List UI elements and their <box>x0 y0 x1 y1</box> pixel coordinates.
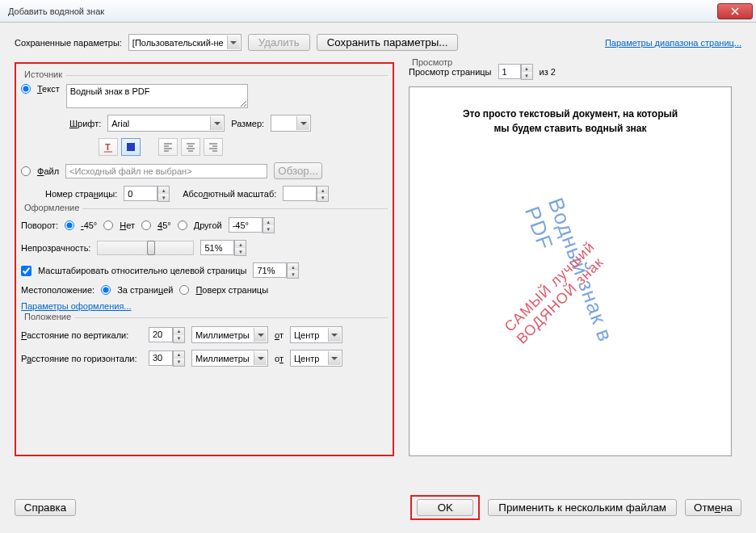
abs-scale-label: Абсолютный масштаб: <box>183 189 276 199</box>
rot-other-input[interactable] <box>229 217 262 233</box>
help-button[interactable]: Справка <box>15 499 76 516</box>
ok-highlight: OK <box>410 495 480 520</box>
spinner-buttons[interactable]: ▲▼ <box>158 186 170 202</box>
browse-button[interactable]: Обзор... <box>274 162 322 179</box>
appearance-params-link[interactable]: Параметры оформления... <box>21 301 132 311</box>
footer: Справка OK Применить к нескольким файлам… <box>15 495 741 520</box>
chevron-down-icon <box>227 36 240 49</box>
opacity-input[interactable] <box>200 240 234 255</box>
preview-line1: Это просто текстовый документ, на которы… <box>429 107 712 121</box>
vdist-spinner[interactable]: ▲▼ <box>149 327 185 343</box>
size-combo[interactable] <box>271 115 311 132</box>
appearance-legend: Оформление <box>21 203 82 212</box>
file-radio[interactable] <box>21 166 31 176</box>
rot-none-label: Нет <box>120 220 135 230</box>
rot-other-spinner[interactable]: ▲▼ <box>229 217 275 233</box>
position-group: Положение Расстояние по вертикали: ▲▼ Ми… <box>21 317 388 367</box>
location-label: Местоположение: <box>21 285 94 295</box>
align-center-button[interactable] <box>181 138 200 156</box>
abs-scale-spinner[interactable]: ▲▼ <box>283 186 329 202</box>
page-range-link[interactable]: Параметры диапазона страниц... <box>605 38 741 48</box>
svg-text:T: T <box>105 142 111 152</box>
color-icon-button[interactable] <box>121 138 141 156</box>
opacity-spinner[interactable]: ▲▼ <box>200 240 246 256</box>
spinner-buttons[interactable]: ▲▼ <box>262 217 275 233</box>
file-radio-label: Файл <box>37 166 59 176</box>
saved-params-row: Сохраненные параметры: [Пользовательский… <box>15 34 741 51</box>
apply-multiple-button[interactable]: Применить к нескольким файлам <box>488 499 677 516</box>
anchor-value: Центр <box>294 330 320 340</box>
align-right-button[interactable] <box>204 138 223 156</box>
file-path-input <box>65 164 267 178</box>
spinner-buttons[interactable]: ▲▼ <box>287 262 299 279</box>
text-radio-label: Текст <box>37 84 60 94</box>
preview-canvas: Это просто текстовый документ, на которы… <box>409 86 732 456</box>
spinner-buttons[interactable]: ▲▼ <box>173 327 185 343</box>
color-icon <box>125 141 136 153</box>
spinner-buttons[interactable]: ▲▼ <box>173 350 185 367</box>
align-center-icon <box>185 141 196 153</box>
main-columns: Источник Текст Водный знак в PDF Шрифт: … <box>15 62 741 456</box>
chevron-down-icon <box>328 351 341 365</box>
page-num-spinner[interactable]: ▲▼ <box>124 186 170 202</box>
preview-page-label: Просмотр страницы <box>409 67 492 77</box>
left-column: Источник Текст Водный знак в PDF Шрифт: … <box>15 62 394 456</box>
scale-checkbox[interactable] <box>21 266 32 276</box>
close-icon <box>731 7 739 15</box>
vdist-label: Расстояние по вертикали: <box>21 330 142 340</box>
loc-behind-radio[interactable] <box>101 285 111 295</box>
align-left-button[interactable] <box>158 138 178 156</box>
right-column: Просмотр Просмотр страницы ▲▼ из 2 Это п… <box>409 62 741 456</box>
scale-spinner[interactable]: ▲▼ <box>253 262 299 279</box>
size-label: Размер: <box>231 119 264 128</box>
hdist-units-combo[interactable]: Миллиметры <box>191 350 268 367</box>
hdist-anchor-combo[interactable]: Центр <box>290 350 342 367</box>
hdist-input[interactable] <box>149 350 173 366</box>
opacity-slider[interactable] <box>97 241 194 255</box>
vdist-input[interactable] <box>149 327 173 342</box>
close-button[interactable] <box>717 3 753 19</box>
units-value: Миллиметры <box>195 354 250 363</box>
font-label: Шрифт: <box>69 119 101 128</box>
from-label: от <box>275 330 284 340</box>
saved-params-value: [Пользовательский-не <box>132 38 224 48</box>
hdist-spinner[interactable]: ▲▼ <box>149 350 185 367</box>
position-legend: Положение <box>21 312 74 321</box>
rot-m45-radio[interactable] <box>65 220 74 230</box>
rot-45-radio[interactable] <box>141 220 151 230</box>
ok-button[interactable]: OK <box>417 499 473 516</box>
preview-line2: мы будем ставить водный знак <box>429 121 712 136</box>
font-value: Arial <box>111 119 129 128</box>
delete-button[interactable]: Удалить <box>248 34 310 51</box>
spinner-buttons[interactable]: ▲▼ <box>234 240 246 256</box>
underline-icon-button[interactable]: T <box>99 138 118 156</box>
vdist-anchor-combo[interactable]: Центр <box>290 326 342 343</box>
dialog-body: Сохраненные параметры: [Пользовательский… <box>0 23 756 533</box>
vdist-units-combo[interactable]: Миллиметры <box>191 326 268 343</box>
scale-input[interactable] <box>253 262 287 278</box>
hdist-label: Расстояние по горизонтали: <box>21 354 142 363</box>
preview-page-input[interactable] <box>498 64 521 79</box>
preview-page-spinner[interactable]: ▲▼ <box>498 64 533 80</box>
loc-front-radio[interactable] <box>179 285 189 295</box>
page-num-input[interactable] <box>124 186 158 201</box>
text-radio[interactable] <box>21 84 31 94</box>
slider-thumb[interactable] <box>147 241 155 255</box>
preview-group: Просмотр Просмотр страницы ▲▼ из 2 Это п… <box>409 64 741 456</box>
saved-params-combo[interactable]: [Пользовательский-не <box>128 34 242 51</box>
anchor-value: Центр <box>294 354 320 363</box>
spinner-buttons[interactable]: ▲▼ <box>317 186 329 202</box>
font-combo[interactable]: Arial <box>107 115 225 132</box>
saved-params-label: Сохраненные параметры: <box>15 38 122 48</box>
rot-other-radio[interactable] <box>178 220 187 230</box>
save-params-button[interactable]: Сохранить параметры... <box>317 34 459 51</box>
loc-front-label: Поверх страницы <box>195 285 268 295</box>
spinner-buttons[interactable]: ▲▼ <box>521 64 533 80</box>
align-right-icon <box>208 141 219 153</box>
watermark-text-input[interactable]: Водный знак в PDF <box>66 84 248 108</box>
preview-of-label: из 2 <box>540 67 556 77</box>
rot-none-radio[interactable] <box>103 220 113 230</box>
rot-m45-label: -45° <box>81 220 97 230</box>
abs-scale-input[interactable] <box>283 186 317 201</box>
cancel-button[interactable]: Отмена <box>685 499 741 516</box>
